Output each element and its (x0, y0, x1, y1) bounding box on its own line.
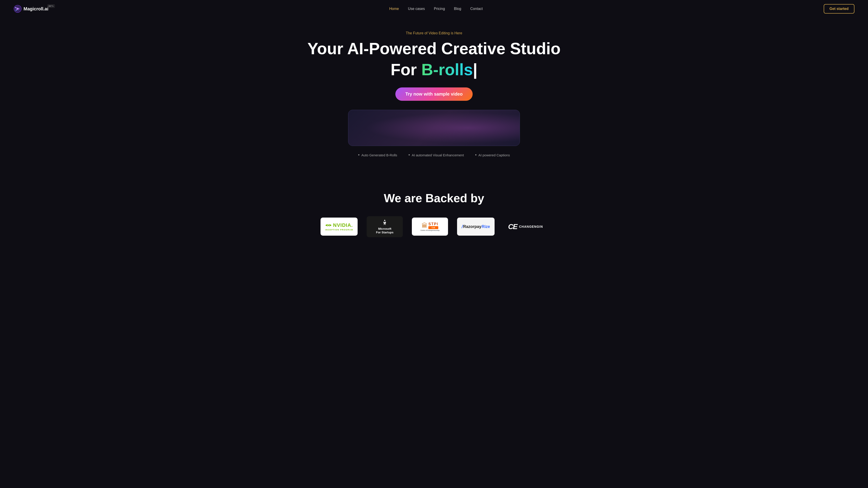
hero-title-line1: Your AI-Powered Creative Studio (4, 40, 864, 58)
nvidia-text: NVIDIA. (333, 222, 353, 228)
nvidia-inception-text: INCEPTION PROGRAM (325, 229, 353, 231)
logos-row: NVIDIA. INCEPTION PROGRAM MicrosoftFor S… (4, 216, 864, 237)
nvidia-logo-card: NVIDIA. INCEPTION PROGRAM (320, 218, 358, 236)
features-row: • Auto Generated B-Rolls • AI automated … (4, 153, 864, 158)
beta-badge: BETA (48, 4, 55, 8)
nav-home[interactable]: Home (389, 7, 399, 11)
backed-by-title: We are Backed by (4, 191, 864, 205)
stpi-sub-text: Centre of Entrepreneurship (421, 230, 439, 231)
stpi-emblem-icon: 🏛 (422, 222, 428, 229)
nav-pricing[interactable]: Pricing (434, 7, 445, 11)
navbar: Magicroll.ai BETA Home Use cases Pricing… (0, 0, 868, 18)
nvidia-logo: NVIDIA. INCEPTION PROGRAM (325, 222, 353, 231)
logo[interactable]: Magicroll.ai BETA (13, 5, 49, 13)
feature-visual-enhancement: • AI automated Visual Enhancement (408, 153, 464, 158)
changeengine-logo-card: CE CHANGENGIN (504, 218, 548, 236)
brand-name: Magicroll.ai BETA (24, 6, 49, 11)
video-preview-gradient (348, 110, 520, 146)
changeengine-logo: CE CHANGENGIN (508, 223, 543, 231)
backed-by-section: We are Backed by NVIDIA. INCEPTION PROGR… (0, 182, 868, 251)
hero-title-line2: For B-rolls| (4, 60, 864, 79)
nav-links: Home Use cases Pricing Blog Contact (389, 7, 483, 11)
razorpay-logo: / Razorpay Rize (462, 224, 490, 229)
svg-point-5 (328, 225, 329, 226)
get-started-button[interactable]: Get started (824, 4, 855, 13)
try-sample-button[interactable]: Try now with sample video (395, 88, 472, 101)
microsoft-logo: MicrosoftFor Startups (376, 219, 393, 235)
svg-point-3 (16, 10, 17, 11)
nvidia-eye-icon (325, 223, 332, 228)
changeengine-text: CHANGENGIN (519, 225, 543, 228)
svg-point-6 (384, 221, 385, 222)
coe-badge: CoE (428, 226, 438, 229)
nav-use-cases[interactable]: Use cases (408, 7, 425, 11)
stpi-main-text: STPI (428, 222, 438, 226)
stpi-logo-card: 🏛 STPI CoE Centre of Entrepreneurship (412, 218, 448, 236)
microsoft-logo-card: MicrosoftFor Startups (367, 216, 403, 237)
stpi-logo: 🏛 STPI CoE Centre of Entrepreneurship (421, 222, 439, 231)
for-text: For (391, 61, 421, 78)
video-preview (348, 110, 520, 146)
rocket-icon (381, 219, 388, 226)
rize-text: Rize (482, 224, 490, 229)
nav-blog[interactable]: Blog (454, 7, 461, 11)
svg-point-2 (15, 7, 16, 8)
nav-contact[interactable]: Contact (470, 7, 483, 11)
razorpay-text: Razorpay (463, 224, 482, 229)
ce-icon: CE (508, 223, 517, 231)
cursor: | (473, 61, 477, 78)
razorpay-logo-card: / Razorpay Rize (457, 218, 495, 236)
logo-icon (13, 5, 22, 13)
hero-subtitle: The Future of Video Editing is Here (4, 31, 864, 35)
brolls-text: B-rolls (421, 61, 473, 78)
microsoft-text: MicrosoftFor Startups (376, 227, 393, 235)
hero-section: The Future of Video Editing is Here Your… (0, 18, 868, 182)
feature-brolls: • Auto Generated B-Rolls (358, 153, 397, 158)
razorpay-slash-icon: / (462, 224, 463, 229)
feature-captions: • AI powered Captions (475, 153, 510, 158)
